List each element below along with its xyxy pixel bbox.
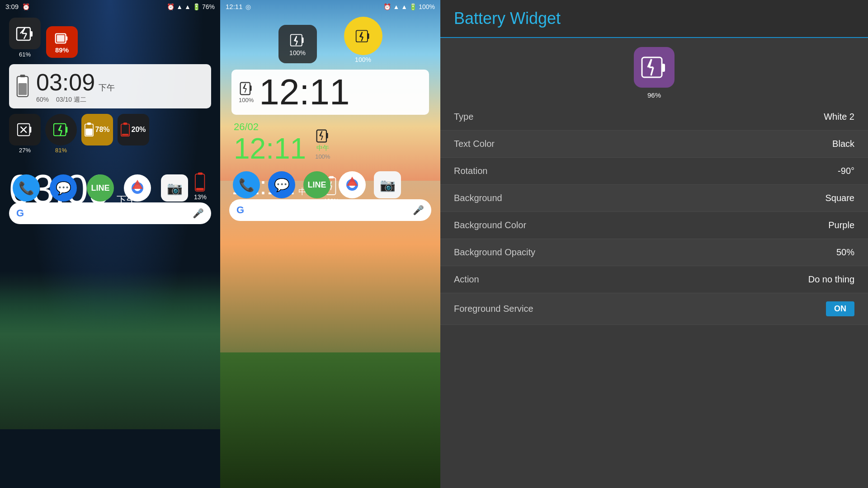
svg-rect-8 [57, 35, 65, 42]
google-bar-center[interactable]: G 🎤 [229, 199, 431, 221]
google-mic-left: 🎤 [193, 208, 204, 219]
svg-line-70 [649, 59, 651, 67]
small-widget-1 [9, 114, 41, 145]
svg-line-57 [321, 136, 323, 140]
rotation-label: Rotation [454, 166, 488, 176]
big-time-left-widget: 03:09 [36, 69, 95, 96]
center-phone: 12:11 ◎ ⏰ ▲ ▲ 🔋 100% [220, 0, 440, 488]
time-widget-left: 03:09 下午 60% 03/10 週二 [9, 64, 211, 108]
center-widget-1: 100% [278, 25, 317, 63]
phone-icon-center[interactable]: 📞 [233, 171, 260, 198]
svg-rect-35 [302, 37, 304, 43]
time-widget-center: 100% 12:11 [231, 70, 429, 115]
bgcolor-value: Purple [828, 220, 854, 230]
battery-widget-1: 61% [9, 18, 41, 58]
chrome-icon-left[interactable] [124, 174, 151, 202]
small-widgets-row: 27% 81% [0, 110, 220, 157]
center-time-big: 12:11 [259, 74, 349, 110]
battery-box-1 [9, 18, 41, 49]
battery-box-2: 89% [46, 26, 78, 58]
textcolor-value: Black [832, 139, 854, 149]
camera-icon-center[interactable]: 📷 [374, 171, 401, 198]
battery-pct-center: 100% [419, 3, 435, 10]
bgopacity-value: 50% [836, 247, 854, 258]
line-icon-left[interactable]: LINE [87, 174, 114, 202]
svg-rect-23 [87, 122, 91, 125]
battery-icon-status-left: 🔋 [193, 3, 200, 10]
rotation-value: -90° [838, 166, 854, 176]
settings-rows: Type White 2 Text Color Black Rotation -… [440, 103, 868, 325]
settings-row-bgcolor[interactable]: Background Color Purple [440, 212, 868, 239]
small-widget-2 [45, 114, 77, 145]
action-label: Action [454, 274, 479, 285]
green-time: 12:11 [234, 133, 306, 164]
small-widget-1-label: 27% [19, 147, 31, 154]
settings-preview-area: 96% [440, 38, 868, 103]
svg-rect-13 [29, 127, 31, 132]
settings-row-foreground[interactable]: Foreground Service ON [440, 293, 868, 325]
message-icon-center[interactable]: 💬 [268, 171, 295, 198]
location-icon-center: ◎ [245, 3, 251, 10]
battery-center: 🔋 [409, 3, 417, 10]
preview-pct: 96% [647, 91, 661, 99]
svg-line-21 [60, 131, 62, 136]
svg-rect-1 [30, 31, 33, 37]
battery-pct-2-label: 89% [55, 46, 69, 54]
foreground-toggle[interactable]: ON [826, 301, 854, 316]
ampm-left-widget: 下午 [99, 82, 115, 93]
center-time-widget-pct: 100% [239, 97, 254, 103]
signal-center: ▲ [401, 3, 407, 10]
green-date: 26/02 [234, 121, 306, 133]
left-phone: 3:09 ⏰ ⏰ ▲ ▲ 🔋 76% [0, 0, 220, 488]
bgopacity-label: Background Opacity [454, 247, 535, 258]
time-info-left: 03:09 下午 60% 03/10 週二 [36, 69, 115, 104]
google-bar-left[interactable]: G 🎤 [9, 202, 211, 224]
message-icon-left[interactable]: 💬 [50, 174, 77, 202]
settings-row-action[interactable]: Action Do no thing [440, 266, 868, 293]
chrome-icon-center[interactable] [339, 171, 366, 198]
app-icons-center: 📞 💬 LINE 📷 [220, 171, 414, 198]
svg-line-5 [24, 33, 27, 39]
wifi-icon-left: ▲ [176, 3, 183, 10]
settings-title: Battery Widget [454, 9, 854, 28]
svg-rect-24 [86, 129, 93, 136]
mountain-left [0, 271, 220, 429]
center-widget-2-pct: 100% [355, 56, 371, 63]
settings-row-textcolor[interactable]: Text Color Black [440, 131, 868, 158]
action-value: Do no thing [808, 274, 854, 285]
svg-rect-41 [368, 33, 369, 39]
svg-rect-53 [326, 133, 328, 138]
center-widget-2 [344, 17, 382, 55]
status-bar-left: 3:09 ⏰ ⏰ ▲ ▲ 🔋 76% [0, 0, 220, 13]
battery-pct-status-left: 76% [202, 3, 215, 10]
svg-rect-17 [66, 127, 67, 132]
settings-row-type[interactable]: Type White 2 [440, 103, 868, 131]
signal-icon-left: ▲ [184, 3, 191, 10]
green-time-section: 26/02 12:11 中午 100% [220, 117, 440, 168]
svg-rect-26 [123, 122, 127, 125]
svg-line-39 [296, 41, 297, 45]
settings-row-bgopacity[interactable]: Background Opacity 50% [440, 239, 868, 266]
line-icon-center[interactable]: LINE [303, 171, 330, 198]
green-ampm: 中午 [316, 144, 329, 152]
svg-rect-10 [20, 75, 25, 77]
svg-rect-68 [662, 64, 665, 72]
settings-header: Battery Widget [440, 0, 868, 38]
settings-row-background[interactable]: Background Square [440, 185, 868, 212]
small-widget-3-pct: 78% [95, 126, 109, 134]
small-widget-2-label: 81% [55, 147, 67, 154]
camera-icon-left[interactable]: 📷 [161, 174, 188, 202]
settings-row-rotation[interactable]: Rotation -90° [440, 158, 868, 185]
alarm-icon-right-left: ⏰ [167, 3, 175, 10]
background-value: Square [826, 193, 855, 203]
time-left: 3:09 [5, 3, 19, 10]
battery-icon-widget [16, 75, 29, 98]
phone-icon-left[interactable]: 📞 [13, 174, 40, 202]
small-widget-3: 78% [81, 114, 113, 145]
center-ground-bg [220, 352, 440, 488]
alarm-center: ⏰ [383, 3, 391, 10]
svg-line-72 [651, 67, 653, 75]
svg-rect-47 [250, 85, 252, 90]
google-mic-center: 🎤 [413, 205, 424, 216]
textcolor-label: Text Color [454, 139, 495, 149]
